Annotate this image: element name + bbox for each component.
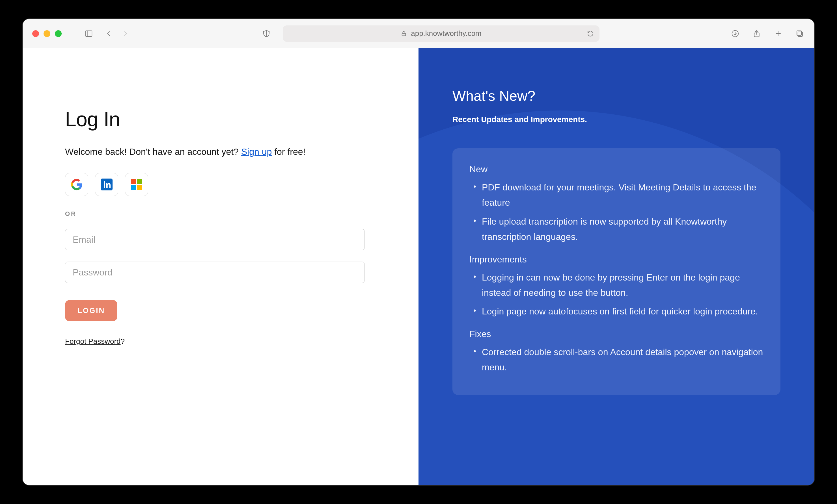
svg-rect-10: [797, 31, 801, 35]
address-bar-url: app.knowtworthy.com: [411, 29, 482, 38]
linkedin-icon: [101, 179, 112, 190]
share-icon[interactable]: [752, 29, 762, 39]
lock-icon: [401, 31, 407, 37]
section-heading-improvements: Improvements: [469, 254, 764, 265]
forward-button[interactable]: [121, 29, 131, 39]
or-label: OR: [65, 210, 77, 218]
microsoft-login-button[interactable]: [125, 173, 148, 196]
svg-rect-3: [402, 33, 406, 36]
window-controls: [32, 30, 61, 37]
downloads-icon[interactable]: [730, 29, 740, 39]
fullscreen-window-button[interactable]: [55, 30, 61, 37]
sidebar-icon[interactable]: [84, 29, 94, 39]
svg-rect-0: [86, 31, 92, 36]
section-heading-fixes: Fixes: [469, 329, 764, 339]
titlebar: app.knowtworthy.com: [23, 19, 814, 48]
section-list-new: PDF download for your meetings. Visit Me…: [469, 180, 764, 245]
list-item: File upload transcription is now support…: [469, 214, 764, 245]
list-item: Logging in can now be done by pressing E…: [469, 270, 764, 301]
google-icon: [71, 179, 83, 190]
linkedin-login-button[interactable]: [95, 173, 118, 196]
minimize-window-button[interactable]: [43, 30, 50, 37]
privacy-shield-icon[interactable]: [261, 29, 271, 39]
welcome-pre: Welcome back! Don't have an account yet?: [65, 147, 241, 157]
signup-link[interactable]: Sign up: [241, 147, 272, 157]
address-bar[interactable]: app.knowtworthy.com: [283, 25, 600, 42]
divider-line: [84, 214, 365, 214]
back-button[interactable]: [104, 29, 114, 39]
login-button[interactable]: LOGIN: [65, 300, 117, 321]
page-title: Log In: [65, 108, 365, 131]
forgot-password-link[interactable]: Forgot Password: [65, 337, 121, 346]
close-window-button[interactable]: [32, 30, 39, 37]
list-item: PDF download for your meetings. Visit Me…: [469, 180, 764, 210]
microsoft-icon: [131, 179, 142, 190]
welcome-post: for free!: [272, 147, 305, 157]
google-login-button[interactable]: [65, 173, 88, 196]
or-divider: OR: [65, 210, 365, 218]
browser-window: app.knowtworthy.com: [23, 19, 814, 485]
whats-new-panel: What's New? Recent Updates and Improveme…: [418, 48, 814, 485]
list-item: Corrected double scroll-bars on Account …: [469, 344, 764, 375]
whats-new-title: What's New?: [452, 88, 781, 104]
tabs-overview-icon[interactable]: [795, 29, 805, 39]
oauth-row: [65, 173, 365, 196]
refresh-icon[interactable]: [587, 30, 594, 37]
new-tab-icon[interactable]: [773, 29, 783, 39]
welcome-text: Welcome back! Don't have an account yet?…: [65, 147, 365, 157]
page-content: Log In Welcome back! Don't have an accou…: [23, 48, 814, 485]
release-notes-card: New PDF download for your meetings. Visi…: [452, 148, 781, 395]
list-item: Login page now autofocuses on first fiel…: [469, 304, 764, 319]
login-panel: Log In Welcome back! Don't have an accou…: [23, 48, 418, 485]
forgot-password: Forgot Password?: [65, 337, 365, 346]
whats-new-subtitle: Recent Updates and Improvements.: [452, 115, 781, 124]
section-heading-new: New: [469, 164, 764, 174]
section-list-improvements: Logging in can now be done by pressing E…: [469, 270, 764, 319]
svg-rect-9: [798, 32, 802, 36]
section-list-fixes: Corrected double scroll-bars on Account …: [469, 344, 764, 375]
password-field[interactable]: [65, 262, 365, 283]
email-field[interactable]: [65, 229, 365, 250]
forgot-password-q: ?: [121, 337, 125, 346]
